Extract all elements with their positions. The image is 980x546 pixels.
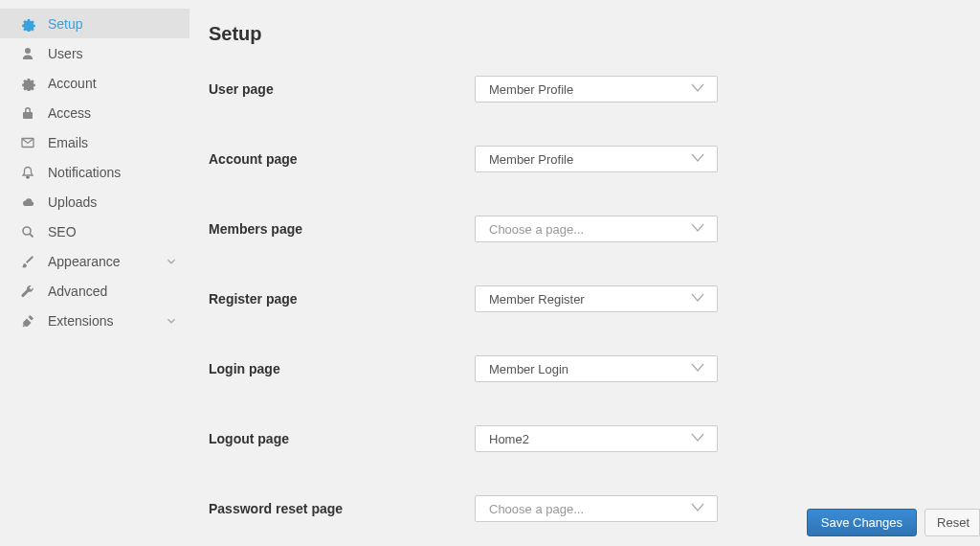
user-icon [19, 46, 36, 61]
mail-icon [19, 135, 36, 150]
select-value: Home2 [489, 432, 529, 446]
select-value: Member Register [489, 292, 585, 307]
wrench-icon [19, 284, 36, 299]
sidebar-item-label: Users [48, 46, 178, 61]
page-select[interactable]: Choose a page... [475, 495, 718, 522]
sidebar-item-uploads[interactable]: Uploads [0, 187, 189, 216]
sidebar-item-emails[interactable]: Emails [0, 127, 189, 157]
chevron-down-icon [690, 82, 705, 96]
gear-icon [19, 76, 36, 91]
chevron-down-icon [165, 255, 178, 268]
form-row: User pageMember Profile [209, 76, 980, 102]
lock-icon [19, 105, 36, 121]
sidebar-item-users[interactable]: Users [0, 38, 189, 68]
settings-content: Setup User pageMember ProfileAccount pag… [189, 0, 980, 546]
cloud-icon [19, 194, 36, 210]
form-footer: Save Changes Reset [807, 509, 980, 536]
select-value: Member Profile [489, 82, 573, 97]
bell-icon [19, 165, 36, 180]
page-select[interactable]: Member Profile [475, 146, 718, 172]
sidebar-item-advanced[interactable]: Advanced [0, 276, 189, 306]
chevron-down-icon [690, 222, 705, 236]
sidebar-item-label: SEO [48, 224, 178, 239]
chevron-down-icon [690, 502, 705, 515]
gear-icon [19, 16, 36, 32]
sidebar-item-access[interactable]: Access [0, 98, 189, 127]
select-value: Member Profile [489, 152, 573, 167]
field-label: Password reset page [209, 501, 475, 516]
sidebar-item-appearance[interactable]: Appearance [0, 246, 189, 276]
page-select[interactable]: Choose a page... [475, 216, 718, 242]
sidebar-item-label: Uploads [48, 194, 178, 210]
form-row: Members pageChoose a page... [209, 216, 980, 242]
chevron-down-icon [690, 362, 705, 375]
settings-sidebar: SetupUsersAccountAccessEmailsNotificatio… [0, 0, 189, 546]
sidebar-item-label: Notifications [48, 165, 178, 180]
page-select[interactable]: Home2 [475, 425, 718, 452]
sidebar-item-notifications[interactable]: Notifications [0, 157, 189, 187]
plug-icon [19, 313, 36, 329]
field-label: User page [209, 81, 475, 97]
form-row: Login pageMember Login [209, 355, 980, 382]
page-select[interactable]: Member Profile [475, 76, 718, 102]
field-label: Account page [209, 151, 475, 167]
search-icon [19, 224, 36, 239]
form-row: Register pageMember Register [209, 285, 980, 312]
sidebar-item-label: Advanced [48, 284, 178, 299]
page-select[interactable]: Member Register [475, 285, 718, 312]
field-label: Register page [209, 291, 475, 307]
sidebar-item-label: Account [48, 76, 178, 91]
select-value: Member Login [489, 362, 568, 376]
sidebar-item-seo[interactable]: SEO [0, 216, 189, 246]
chevron-down-icon [690, 432, 705, 445]
form-row: Account pageMember Profile [209, 146, 980, 172]
field-label: Logout page [209, 431, 475, 446]
sidebar-item-label: Extensions [48, 313, 165, 329]
brush-icon [19, 254, 36, 269]
page-title: Setup [209, 23, 980, 45]
settings-form: User pageMember ProfileAccount pageMembe… [209, 76, 980, 522]
chevron-down-icon [690, 152, 705, 166]
sidebar-item-extensions[interactable]: Extensions [0, 306, 189, 335]
sidebar-item-label: Emails [48, 135, 178, 150]
select-value: Choose a page... [489, 222, 584, 237]
sidebar-item-label: Setup [48, 16, 178, 32]
sidebar-item-label: Access [48, 105, 178, 121]
sidebar-item-account[interactable]: Account [0, 68, 189, 98]
field-label: Members page [209, 221, 475, 237]
save-button[interactable]: Save Changes [807, 509, 917, 536]
chevron-down-icon [165, 314, 178, 328]
form-row: Logout pageHome2 [209, 425, 980, 452]
field-label: Login page [209, 361, 475, 376]
page-select[interactable]: Member Login [475, 355, 718, 382]
sidebar-item-setup[interactable]: Setup [0, 9, 189, 38]
reset-button[interactable]: Reset [924, 509, 980, 536]
select-value: Choose a page... [489, 502, 584, 516]
sidebar-item-label: Appearance [48, 254, 165, 269]
chevron-down-icon [690, 292, 705, 306]
